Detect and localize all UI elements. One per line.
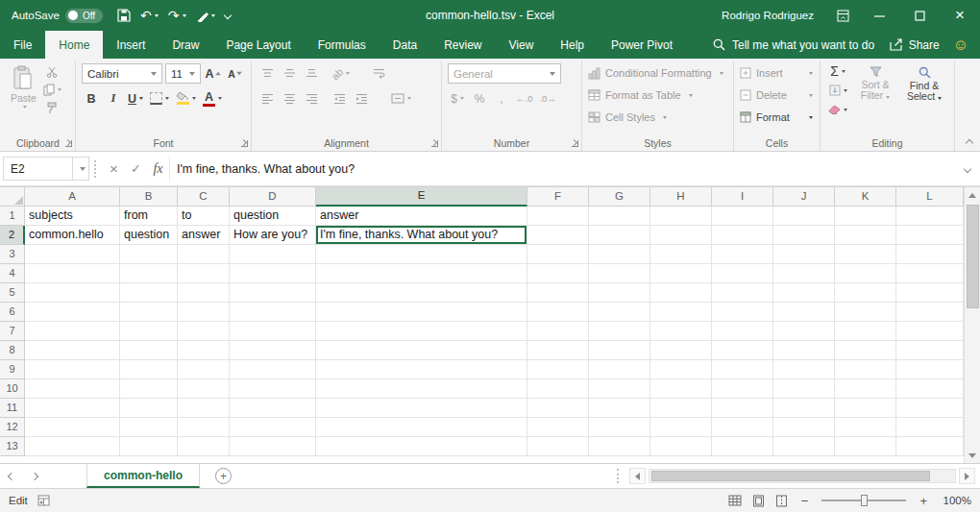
row-header-7[interactable]: 7 [0, 322, 25, 341]
format-painter-button[interactable] [46, 102, 58, 114]
cell-E2[interactable]: I'm fine, thanks. What about you? [316, 226, 527, 245]
cell-I8[interactable] [712, 341, 773, 360]
cell-H12[interactable] [650, 418, 712, 437]
accounting-format-button[interactable]: $ [448, 88, 467, 109]
cell-J8[interactable] [773, 341, 835, 360]
cell-G2[interactable] [589, 226, 650, 245]
row-header-8[interactable]: 8 [0, 341, 25, 360]
cell-H4[interactable] [650, 264, 712, 283]
cell-C12[interactable] [178, 418, 230, 437]
cell-E3[interactable] [316, 245, 527, 264]
row-header-9[interactable]: 9 [0, 360, 25, 379]
cell-G8[interactable] [589, 341, 650, 360]
cell-J13[interactable] [773, 437, 835, 456]
cell-H10[interactable] [650, 379, 712, 399]
underline-button[interactable]: U [126, 88, 145, 109]
fill-color-button[interactable] [174, 88, 198, 109]
orientation-button[interactable]: ab [330, 63, 352, 84]
cell-D12[interactable] [230, 418, 316, 437]
cell-F12[interactable] [527, 418, 589, 437]
ribbon-tab-data[interactable]: Data [380, 31, 430, 59]
add-sheet-button[interactable]: + [215, 468, 232, 484]
row-header-2[interactable]: 2 [0, 226, 25, 245]
cell-I12[interactable] [712, 418, 773, 437]
cell-C9[interactable] [178, 360, 230, 379]
cell-E5[interactable] [316, 283, 527, 303]
cell-H1[interactable] [650, 207, 712, 226]
column-header-J[interactable]: J [773, 187, 835, 207]
cell-D3[interactable] [230, 245, 316, 264]
copy-button[interactable] [43, 84, 61, 96]
top-align-button[interactable] [257, 63, 277, 84]
name-box-dropdown[interactable] [72, 157, 89, 181]
cell-K11[interactable] [835, 399, 896, 418]
cell-B13[interactable] [120, 437, 178, 456]
cell-J11[interactable] [773, 399, 835, 418]
row-header-1[interactable]: 1 [0, 207, 25, 226]
cell-J5[interactable] [773, 283, 835, 303]
collapse-ribbon-button[interactable] [966, 139, 973, 147]
cell-F2[interactable] [527, 226, 589, 245]
cell-L12[interactable] [896, 418, 964, 437]
cell-K2[interactable] [835, 226, 896, 245]
cell-G12[interactable] [589, 418, 650, 437]
cell-I4[interactable] [712, 264, 773, 283]
comma-style-button[interactable]: , [492, 88, 511, 109]
sheet-tab[interactable]: common-hello [86, 464, 200, 488]
cell-C5[interactable] [178, 283, 230, 303]
cell-A4[interactable] [25, 264, 120, 283]
cell-B1[interactable]: from [120, 207, 178, 226]
cell-H2[interactable] [650, 226, 712, 245]
cell-F6[interactable] [527, 303, 589, 322]
number-format-combo[interactable]: General [448, 63, 561, 84]
cell-A8[interactable] [25, 341, 120, 360]
sheet-nav-right-button[interactable] [23, 464, 46, 488]
ribbon-tab-view[interactable]: View [496, 31, 548, 59]
redo-button[interactable]: ↷ [163, 3, 191, 28]
wrap-text-button[interactable] [370, 63, 389, 84]
cell-A7[interactable] [25, 322, 120, 341]
cell-L13[interactable] [896, 437, 964, 456]
cell-D5[interactable] [230, 283, 316, 303]
cell-I10[interactable] [712, 379, 773, 399]
cell-C7[interactable] [178, 322, 230, 341]
cell-E6[interactable] [316, 303, 527, 322]
cell-D4[interactable] [230, 264, 316, 283]
cell-E9[interactable] [316, 360, 527, 379]
cell-B12[interactable] [120, 418, 178, 437]
row-header-12[interactable]: 12 [0, 418, 25, 437]
cell-J7[interactable] [773, 322, 835, 341]
cell-C1[interactable]: to [178, 207, 230, 226]
cell-J9[interactable] [773, 360, 835, 379]
ribbon-tab-draw[interactable]: Draw [159, 31, 212, 59]
ribbon-tab-review[interactable]: Review [430, 31, 495, 59]
cell-I9[interactable] [712, 360, 773, 379]
cell-I7[interactable] [712, 322, 773, 341]
cell-D13[interactable] [230, 437, 316, 456]
alignment-dialog-launcher[interactable] [431, 140, 438, 147]
cell-E8[interactable] [316, 341, 527, 360]
borders-button[interactable] [148, 88, 171, 109]
cell-A6[interactable] [25, 303, 120, 322]
cell-J12[interactable] [773, 418, 835, 437]
cell-B10[interactable] [120, 379, 178, 399]
cell-F9[interactable] [527, 360, 589, 379]
cell-F3[interactable] [527, 245, 589, 264]
cell-G11[interactable] [589, 399, 650, 418]
column-header-C[interactable]: C [178, 187, 230, 207]
hscroll-right-button[interactable] [959, 468, 975, 484]
column-header-H[interactable]: H [650, 187, 712, 207]
number-dialog-launcher[interactable] [572, 140, 578, 147]
cell-A9[interactable] [25, 360, 120, 379]
cell-L11[interactable] [896, 399, 964, 418]
font-color-button[interactable]: A [201, 88, 224, 109]
share-button[interactable]: Share [880, 31, 949, 59]
cell-F13[interactable] [527, 437, 589, 456]
cell-K1[interactable] [835, 207, 896, 226]
cell-I13[interactable] [712, 437, 773, 456]
cell-G6[interactable] [589, 303, 650, 322]
cell-D2[interactable]: How are you? [230, 226, 316, 245]
cell-I1[interactable] [712, 207, 773, 226]
cell-I6[interactable] [712, 303, 773, 322]
cell-G13[interactable] [589, 437, 650, 456]
